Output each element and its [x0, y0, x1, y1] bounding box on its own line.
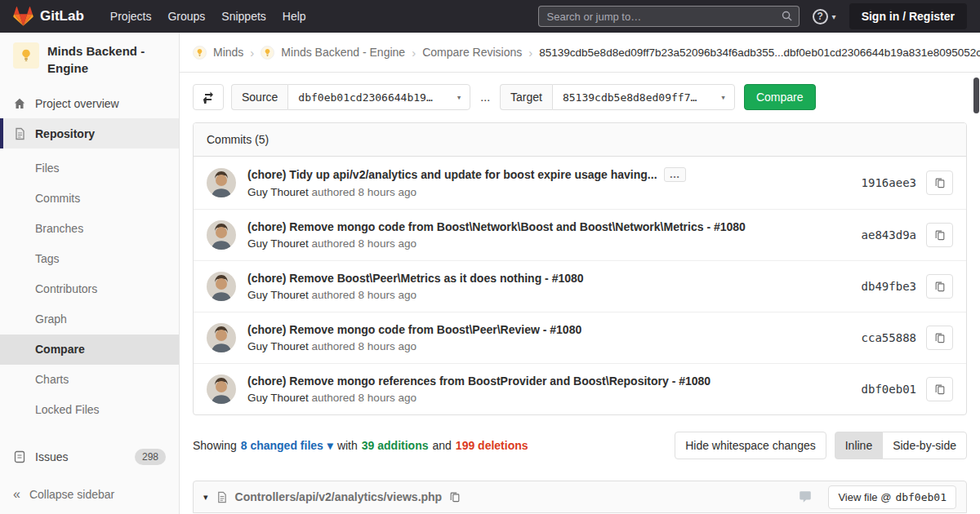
- project-avatar: [13, 42, 39, 69]
- side-by-side-view-button[interactable]: Side-by-side: [882, 432, 967, 459]
- avatar[interactable]: [207, 374, 236, 404]
- sidebar-item-locked-files[interactable]: Locked Files: [0, 395, 179, 425]
- collapse-icon: «: [13, 487, 20, 502]
- source-field-group: Source dbf0eb01cd2306644b19… ▾: [231, 84, 470, 110]
- commit-meta: Guy Thouret authored 8 hours ago: [247, 340, 849, 352]
- nav-link-snippets[interactable]: Snippets: [213, 0, 274, 33]
- hide-whitespace-button[interactable]: Hide whitespace changes: [675, 432, 826, 459]
- copy-icon: [934, 332, 946, 343]
- commit-sha-link[interactable]: dbf0eb01: [862, 383, 916, 396]
- sidebar-item-repository[interactable]: Repository: [0, 118, 179, 148]
- compare-button[interactable]: Compare: [744, 84, 816, 110]
- inline-view-button[interactable]: Inline: [835, 432, 883, 459]
- nav-link-help[interactable]: Help: [274, 0, 314, 33]
- collapse-diff-caret-icon[interactable]: ▾: [203, 492, 208, 503]
- copy-sha-button[interactable]: [926, 326, 953, 350]
- swap-revisions-button[interactable]: [193, 84, 224, 110]
- chevron-down-icon: ▾: [327, 439, 333, 452]
- commit-expand-button[interactable]: …: [664, 167, 686, 182]
- breadcrumb-compare-link[interactable]: Compare Revisions: [422, 46, 522, 59]
- commit-title-link[interactable]: (chore) Remove Boost\Peer\Metrics as it …: [247, 272, 584, 285]
- view-file-sha: dbf0eb01: [895, 491, 947, 503]
- changed-files-dropdown[interactable]: 8 changed files ▾: [241, 439, 333, 452]
- diff-summary: Showing 8 changed files ▾ with 39 additi…: [193, 432, 967, 459]
- sidebar-item-contributors[interactable]: Contributors: [0, 274, 179, 304]
- sidebar-item-charts[interactable]: Charts: [0, 365, 179, 395]
- commit-title-link[interactable]: (chore) Remove mongo code from Boost\Net…: [247, 220, 746, 233]
- nav-link-groups[interactable]: Groups: [159, 0, 213, 33]
- commit-title-link[interactable]: (chore) Remove mongo code from Boost\Pee…: [247, 323, 581, 336]
- collapse-label: Collapse sidebar: [29, 488, 114, 501]
- search-input[interactable]: [538, 6, 800, 27]
- collapse-sidebar-button[interactable]: « Collapse sidebar: [0, 475, 179, 514]
- target-label: Target: [500, 84, 552, 110]
- swap-icon: [202, 91, 215, 104]
- sidebar-item-issues[interactable]: Issues 298: [0, 441, 179, 472]
- sidebar-item-branches[interactable]: Branches: [0, 214, 179, 244]
- sidebar-item-label: Repository: [35, 127, 95, 140]
- copy-icon: [934, 177, 946, 188]
- source-dropdown[interactable]: dbf0eb01cd2306644b19… ▾: [287, 84, 470, 110]
- commit-meta: Guy Thouret authored 8 hours ago: [247, 289, 849, 301]
- issues-count-badge: 298: [135, 449, 166, 465]
- copy-file-path-button[interactable]: [449, 491, 461, 503]
- gitlab-home-link[interactable]: GitLab: [13, 7, 84, 27]
- commit-meta: Guy Thouret authored 8 hours ago: [247, 186, 849, 198]
- sidebar-project-link[interactable]: Minds Backend - Engine: [0, 33, 179, 82]
- commit-meta-text: authored 8 hours ago: [312, 289, 416, 301]
- commit-sha-link[interactable]: 1916aee3: [862, 176, 916, 189]
- and-label: and: [432, 439, 451, 452]
- copy-sha-button[interactable]: [926, 377, 953, 401]
- sidebar-item-label: Project overview: [35, 97, 119, 110]
- commit-author-link[interactable]: Guy Thouret: [247, 392, 309, 404]
- help-menu[interactable]: ? ▾: [813, 9, 836, 24]
- commit-row: (chore) Remove mongo code from Boost\Pee…: [194, 312, 966, 364]
- sidebar-item-tags[interactable]: Tags: [0, 244, 179, 274]
- avatar[interactable]: [207, 168, 236, 197]
- commit-author-link[interactable]: Guy Thouret: [247, 237, 309, 250]
- avatar[interactable]: [207, 272, 236, 301]
- commit-sha-link[interactable]: db49fbe3: [862, 280, 916, 293]
- range-separator: ...: [480, 91, 490, 104]
- sidebar-item-files[interactable]: Files: [0, 153, 179, 184]
- nav-link-projects[interactable]: Projects: [102, 0, 160, 33]
- breadcrumb-group-link[interactable]: Minds: [213, 46, 243, 59]
- commit-row: (chore) Remove mongo code from Boost\Net…: [194, 210, 966, 261]
- sign-in-register-button[interactable]: Sign in / Register: [849, 3, 967, 29]
- commit-author-link[interactable]: Guy Thouret: [247, 186, 309, 198]
- scrollbar-thumb[interactable]: [973, 78, 979, 113]
- commit-author-link[interactable]: Guy Thouret: [247, 289, 309, 301]
- source-value: dbf0eb01cd2306644b19…: [298, 91, 432, 104]
- sidebar-item-graph[interactable]: Graph: [0, 304, 179, 335]
- commit-sha-link[interactable]: ae843d9a: [862, 228, 916, 241]
- avatar[interactable]: [207, 220, 236, 250]
- commit-sha-link[interactable]: cca55888: [862, 331, 916, 344]
- diff-summary-text: Showing 8 changed files ▾ with 39 additi…: [193, 439, 528, 452]
- view-file-button[interactable]: View file @ dbf0eb01: [828, 485, 956, 509]
- commit-meta-text: authored 8 hours ago: [312, 186, 416, 198]
- breadcrumb-separator-icon: ›: [250, 46, 254, 60]
- sidebar-item-commits[interactable]: Commits: [0, 184, 179, 214]
- toggle-comments-button[interactable]: [798, 490, 813, 504]
- copy-sha-button[interactable]: [926, 223, 953, 247]
- copy-sha-button[interactable]: [926, 171, 953, 195]
- commit-title-link[interactable]: (chore) Tidy up api/v2/analytics and upd…: [247, 168, 657, 181]
- avatar[interactable]: [207, 323, 236, 352]
- breadcrumb-project-link[interactable]: Minds Backend - Engine: [281, 46, 405, 59]
- commit-author-link[interactable]: Guy Thouret: [247, 340, 309, 352]
- commit-title-link[interactable]: (chore) Remove mongo references from Boo…: [247, 374, 710, 388]
- commit-meta-text: authored 8 hours ago: [312, 237, 416, 250]
- repository-icon: [13, 127, 26, 140]
- chevron-down-icon: ▾: [457, 92, 462, 103]
- changed-files-count: 8 changed files: [241, 439, 323, 452]
- copy-icon: [934, 383, 946, 395]
- copy-sha-button[interactable]: [926, 274, 953, 299]
- file-path-link[interactable]: Controllers/api/v2/analytics/views.php: [235, 490, 443, 503]
- sidebar-item-project-overview[interactable]: Project overview: [0, 88, 179, 118]
- chevron-down-icon: ▾: [720, 92, 726, 103]
- global-search: [538, 6, 800, 27]
- copy-icon: [449, 491, 461, 503]
- target-dropdown[interactable]: 85139cdb5e8d8ed09ff7… ▾: [552, 84, 735, 110]
- file-icon: [216, 491, 228, 503]
- sidebar-item-compare[interactable]: Compare: [0, 335, 179, 365]
